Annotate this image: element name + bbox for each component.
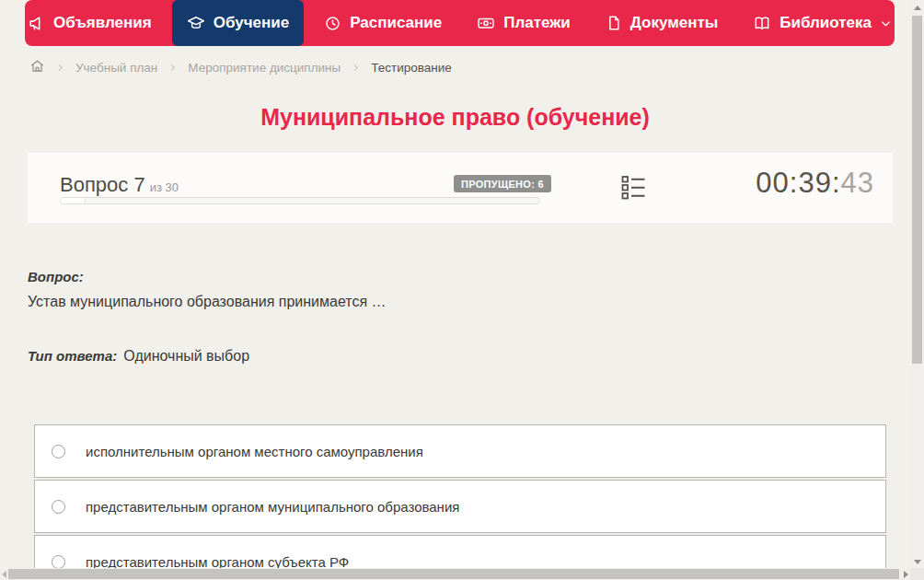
nav-item-label: Расписание xyxy=(350,14,442,32)
home-icon[interactable] xyxy=(29,58,45,76)
vertical-scrollbar-thumb[interactable] xyxy=(912,16,922,364)
nav-item-label: Библиотека xyxy=(780,14,872,32)
breadcrumb-item-curriculum[interactable]: Учебный план xyxy=(75,61,157,75)
nav-item-documents[interactable]: Документы xyxy=(591,0,733,46)
question-total: из 30 xyxy=(150,180,179,194)
horizontal-scrollbar-thumb[interactable] xyxy=(8,569,899,579)
question-progress-fill xyxy=(61,198,86,203)
nav-item-schedule[interactable]: Расписание xyxy=(309,0,456,46)
graduation-cap-icon xyxy=(187,14,205,32)
scroll-down-arrow-icon[interactable] xyxy=(914,560,921,564)
scroll-left-arrow-icon[interactable] xyxy=(2,571,6,578)
scroll-up-arrow-icon[interactable] xyxy=(914,6,921,10)
nav-item-payments[interactable]: Платежи xyxy=(462,0,585,46)
question-number: Вопрос 7 xyxy=(60,173,145,196)
radio-button[interactable] xyxy=(52,555,65,569)
nav-item-announcements[interactable]: Объявления xyxy=(13,0,167,46)
timer-hours-minutes: 00:39: xyxy=(756,167,840,199)
scrollbar-corner xyxy=(910,568,924,580)
nav-item-label: Документы xyxy=(630,14,719,32)
breadcrumb-item-discipline-event[interactable]: Мероприятие дисциплины xyxy=(188,61,341,75)
breadcrumb-separator-icon xyxy=(167,63,178,73)
megaphone-icon xyxy=(28,15,45,32)
timer: 00:39:43 xyxy=(756,167,874,200)
question-text: Устав муниципального образования принима… xyxy=(28,294,887,310)
question-block: Вопрос: Устав муниципального образования… xyxy=(28,269,887,310)
nav-item-library[interactable]: Библиотека xyxy=(738,0,907,46)
breadcrumb-item-testing: Тестирование xyxy=(371,61,452,75)
nav-item-learning[interactable]: Обучение xyxy=(172,0,304,46)
document-icon xyxy=(606,15,622,31)
question-progress-bar xyxy=(60,197,540,204)
radio-button[interactable] xyxy=(52,445,65,458)
nav-item-label: Платежи xyxy=(503,14,571,32)
quiz-header: Вопрос 7из 30 ПРОПУЩЕНО: 6 00:39:43 xyxy=(28,153,893,223)
answer-option[interactable]: представительным органом муниципального … xyxy=(34,480,886,533)
answer-option-label: представительным органом субъекта РФ xyxy=(86,554,349,570)
answer-type-label: Тип ответа: xyxy=(28,348,117,364)
skipped-badge: ПРОПУЩЕНО: 6 xyxy=(454,175,551,192)
page-title: Муниципальное право (обучение) xyxy=(0,104,910,131)
answer-option-label: представительным органом муниципального … xyxy=(86,499,459,515)
answer-options: исполнительным органом местного самоупра… xyxy=(34,424,886,580)
horizontal-scrollbar[interactable] xyxy=(0,568,910,580)
breadcrumb: Учебный план Мероприятие дисциплины Тест… xyxy=(29,57,452,77)
breadcrumb-separator-icon xyxy=(351,63,361,73)
breadcrumb-separator-icon xyxy=(55,63,65,73)
scroll-right-arrow-icon[interactable] xyxy=(904,571,908,578)
radio-button[interactable] xyxy=(52,500,65,514)
vertical-scrollbar[interactable] xyxy=(910,0,924,580)
answer-type-value: Одиночный выбор xyxy=(123,348,249,364)
main-nav: Объявления Обучение Расписание Платежи Д… xyxy=(25,0,895,46)
answer-option[interactable]: исполнительным органом местного самоупра… xyxy=(34,424,886,478)
chevron-down-icon xyxy=(880,17,892,29)
nav-item-label: Обучение xyxy=(214,14,289,32)
question-counter: Вопрос 7из 30 xyxy=(60,173,179,197)
question-heading: Вопрос: xyxy=(28,269,887,284)
book-icon xyxy=(753,14,771,32)
timer-seconds: 43 xyxy=(841,167,874,199)
question-list-icon[interactable] xyxy=(621,175,646,203)
answer-option-label: исполнительным органом местного самоупра… xyxy=(86,444,423,459)
answer-type: Тип ответа:Одиночный выбор xyxy=(28,348,249,365)
banknote-icon xyxy=(477,14,495,32)
clock-icon xyxy=(324,15,341,32)
nav-item-label: Объявления xyxy=(53,14,152,32)
